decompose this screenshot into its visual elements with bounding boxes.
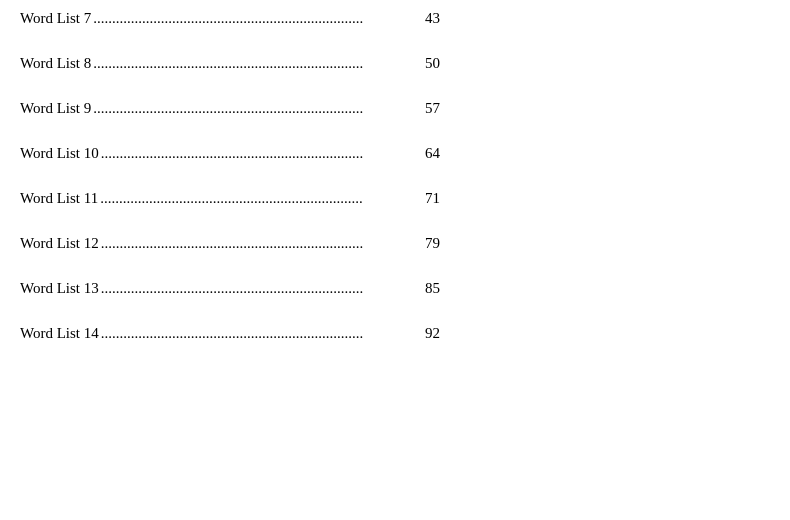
toc-page: 50 [420,55,440,72]
toc-label: Word List 8 [20,55,91,72]
toc-container: Word List 7.............................… [0,0,790,380]
toc-entry: Word List 13............................… [20,280,440,297]
toc-entry: Word List 7.............................… [20,10,440,27]
toc-entry: Word List 8.............................… [20,55,440,72]
toc-label: Word List 9 [20,100,91,117]
toc-label: Word List 11 [20,190,98,207]
toc-dots: ........................................… [93,100,418,117]
toc-page: 43 [420,10,440,27]
toc-label: Word List 10 [20,145,99,162]
toc-dots: ........................................… [101,325,418,342]
toc-dots: ........................................… [101,145,418,162]
toc-label: Word List 14 [20,325,99,342]
toc-page: 92 [420,325,440,342]
toc-page: 57 [420,100,440,117]
toc-page: 79 [420,235,440,252]
toc-dots: ........................................… [100,190,418,207]
toc-entry: Word List 12............................… [20,235,440,252]
toc-dots: ........................................… [93,10,418,27]
toc-dots: ........................................… [93,55,418,72]
toc-entry: Word List 11............................… [20,190,440,207]
toc-label: Word List 12 [20,235,99,252]
toc-entry: Word List 9.............................… [20,100,440,117]
toc-dots: ........................................… [101,280,418,297]
toc-page: 64 [420,145,440,162]
toc-entry: Word List 14............................… [20,325,440,342]
toc-entry: Word List 10............................… [20,145,440,162]
toc-dots: ........................................… [101,235,418,252]
toc-page: 85 [420,280,440,297]
toc-label: Word List 13 [20,280,99,297]
toc-page: 71 [420,190,440,207]
toc-label: Word List 7 [20,10,91,27]
